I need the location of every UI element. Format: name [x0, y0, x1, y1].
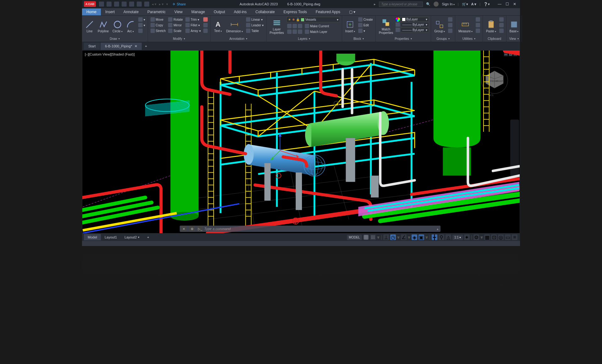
- anno-scale[interactable]: 1:1 ▾: [452, 235, 463, 240]
- layer-tool1[interactable]: [287, 24, 303, 29]
- cut-icon[interactable]: [499, 17, 504, 22]
- draw-more2[interactable]: ▾: [138, 23, 146, 28]
- tab-featured[interactable]: Featured Apps: [311, 8, 345, 15]
- tab-manage[interactable]: Manage: [187, 8, 209, 15]
- isolate-icon[interactable]: ◎: [498, 234, 504, 240]
- transparency-icon[interactable]: ◬: [446, 234, 451, 240]
- polyline-button[interactable]: Polyline: [96, 16, 110, 36]
- lineweight-select[interactable]: ——— ByLayer▾: [401, 22, 429, 27]
- isodraft-icon[interactable]: ∠: [401, 234, 407, 240]
- drawing-viewport[interactable]: [–][Custom View][Shaded (Fast)] — ☐ ✕ FR…: [82, 50, 520, 233]
- arc-button[interactable]: Arc: [125, 16, 136, 36]
- dimension-button[interactable]: Dimension: [225, 16, 244, 36]
- panel-layers-title[interactable]: Layers: [268, 36, 340, 41]
- osnap-icon[interactable]: ◈: [412, 234, 417, 240]
- leader-button[interactable]: Leader ▾: [245, 23, 264, 28]
- table-button[interactable]: Table: [245, 28, 264, 33]
- undo-icon[interactable]: [137, 2, 142, 7]
- command-line[interactable]: ✕ ⚙ ▷_ Type a command ▴: [180, 226, 441, 232]
- tab-home[interactable]: Home: [82, 8, 101, 15]
- panel-view-title[interactable]: View: [508, 36, 520, 41]
- cmd-expand-icon[interactable]: ▴: [437, 227, 439, 231]
- minimize-button[interactable]: —: [496, 1, 503, 7]
- scale-button[interactable]: Scale: [167, 28, 183, 33]
- tab-addins[interactable]: Add-ins: [229, 8, 251, 15]
- group-tool2[interactable]: [447, 23, 453, 28]
- fillet-button[interactable]: Fillet ▾: [185, 23, 201, 28]
- tab-insert[interactable]: Insert: [101, 8, 119, 15]
- panel-properties-title[interactable]: Properties: [378, 36, 429, 41]
- tab-output[interactable]: Output: [209, 8, 229, 15]
- line-button[interactable]: Line: [84, 16, 95, 36]
- layer-tool2[interactable]: [287, 29, 303, 34]
- close-button[interactable]: ✕: [511, 1, 518, 7]
- paste-button[interactable]: Paste: [485, 16, 497, 36]
- tab-view[interactable]: View: [170, 8, 187, 15]
- anno-icon[interactable]: ✦: [464, 234, 470, 240]
- util-tool2[interactable]: [475, 23, 481, 28]
- autodesk-icon[interactable]: 🛒▾: [462, 2, 468, 6]
- plot-icon[interactable]: [129, 2, 134, 7]
- stretch-button[interactable]: Stretch: [150, 28, 167, 33]
- match-layer-button[interactable]: Match Layer: [304, 29, 330, 34]
- clean-screen-icon[interactable]: ▭: [505, 234, 511, 240]
- linetype-select[interactable]: ——— ByLayer▾: [401, 28, 429, 32]
- draw-more3[interactable]: [138, 28, 146, 33]
- save-icon[interactable]: [114, 2, 119, 7]
- insert-button[interactable]: Insert: [344, 16, 356, 36]
- tab-collaborate[interactable]: Collaborate: [251, 8, 279, 15]
- explode-icon[interactable]: [203, 23, 208, 28]
- linear-button[interactable]: Linear ▾: [245, 17, 264, 22]
- command-input[interactable]: Type a command: [204, 227, 231, 231]
- offset-icon[interactable]: [203, 28, 208, 33]
- trim-button[interactable]: Trim ▾: [185, 17, 201, 22]
- file-tab-start[interactable]: Start: [84, 43, 100, 50]
- snap-icon[interactable]: [370, 234, 376, 240]
- file-tab-active[interactable]: 6-B-1000_Piping* ✕: [101, 43, 142, 50]
- group-tool1[interactable]: [447, 17, 453, 22]
- text-button[interactable]: AText: [212, 16, 224, 36]
- open-icon[interactable]: [107, 2, 112, 7]
- measure-button[interactable]: Measure: [457, 16, 474, 36]
- move-button[interactable]: Move: [150, 17, 167, 22]
- util-tool1[interactable]: [475, 17, 481, 22]
- grid-icon[interactable]: [363, 234, 369, 240]
- copy-clip-icon[interactable]: [499, 23, 504, 28]
- panel-groups-title[interactable]: Groups: [433, 36, 453, 41]
- layer-properties-button[interactable]: Layer Properties: [268, 16, 285, 36]
- mirror-button[interactable]: Mirror: [167, 23, 183, 28]
- panel-draw-title[interactable]: Draw: [84, 36, 146, 41]
- lwt-icon[interactable]: ⚲: [439, 234, 444, 240]
- search-icon[interactable]: 🔍: [426, 2, 430, 6]
- redo-icon[interactable]: [144, 2, 149, 7]
- panel-utilities-title[interactable]: Utilities: [457, 36, 481, 41]
- 3dosnap-icon[interactable]: ▣: [419, 234, 424, 240]
- create-block-button[interactable]: Create: [358, 17, 374, 22]
- panel-annotation-title[interactable]: Annotation: [212, 36, 264, 41]
- match-props-button[interactable]: Match Properties: [378, 16, 395, 36]
- customize-icon[interactable]: ≡: [512, 234, 517, 240]
- sign-in-button[interactable]: Sign In: [442, 2, 454, 6]
- tab-more-icon[interactable]: ▢ ▾: [345, 8, 360, 15]
- ortho-icon[interactable]: ⊥: [383, 234, 389, 240]
- panel-block-title[interactable]: Block: [344, 36, 374, 41]
- layout-add-button[interactable]: +: [143, 234, 153, 240]
- layer-dropdown[interactable]: ☀❄🔓 Vessels ▾: [287, 17, 340, 22]
- anno-monitor-icon[interactable]: ▦: [484, 234, 490, 240]
- share-button[interactable]: ✈ Share: [172, 2, 186, 6]
- edit-attr-button[interactable]: ▾: [358, 28, 374, 33]
- maximize-button[interactable]: ☐: [504, 1, 511, 7]
- new-tab-button[interactable]: +: [142, 43, 149, 50]
- group-tool3[interactable]: [447, 28, 453, 33]
- tab-express[interactable]: Express Tools: [279, 8, 311, 15]
- make-current-button[interactable]: Make Current: [304, 24, 330, 29]
- close-tab-icon[interactable]: ✕: [134, 44, 137, 48]
- new-icon[interactable]: [99, 2, 104, 7]
- search-input[interactable]: [379, 2, 423, 7]
- model-space-button[interactable]: MODEL: [347, 235, 362, 240]
- app-icon[interactable]: A ▾: [471, 2, 477, 6]
- polar-icon[interactable]: ◷: [390, 234, 396, 240]
- clip-tool3[interactable]: [499, 28, 504, 33]
- cmd-config-icon[interactable]: ⚙: [189, 226, 195, 232]
- workspace-icon[interactable]: ⚙: [473, 234, 479, 240]
